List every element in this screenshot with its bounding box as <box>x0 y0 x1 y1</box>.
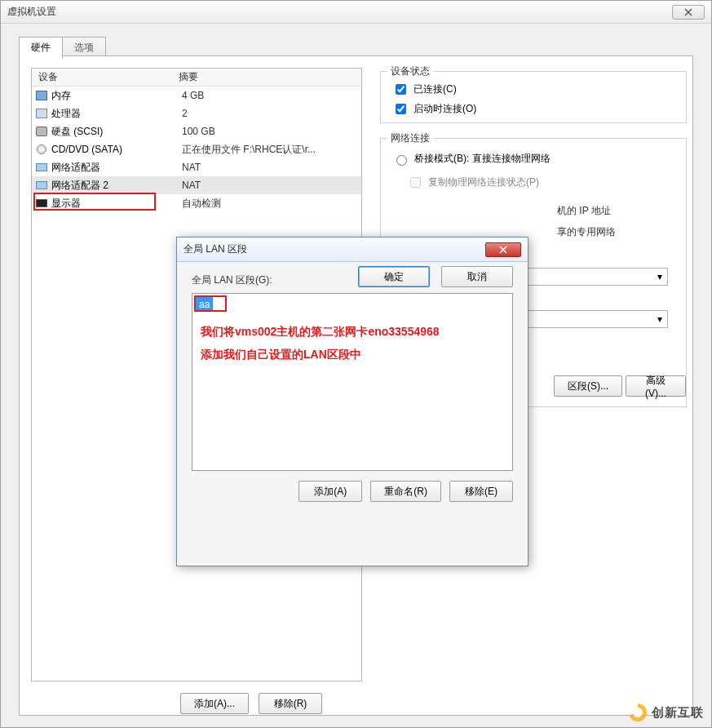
dialog-list-actions: 添加(A) 重命名(R) 移除(E) <box>299 481 513 502</box>
device-row-disk[interactable]: 硬盘 (SCSI) 100 GB <box>32 122 361 140</box>
network-icon <box>35 161 48 174</box>
cancel-button[interactable]: 取消 <box>441 266 513 287</box>
titlebar: 虚拟机设置 <box>1 1 711 24</box>
add-device-button[interactable]: 添加(A)... <box>180 693 249 714</box>
tab-hardware[interactable]: 硬件 <box>19 37 63 59</box>
device-summary: NAT <box>175 180 361 191</box>
disk-icon <box>35 125 48 138</box>
lan-segments-button[interactable]: 区段(S)... <box>554 375 622 397</box>
legend-state: 设备状态 <box>387 64 433 78</box>
device-row-cd[interactable]: CD/DVD (SATA) 正在使用文件 F:\RHCE认证\r... <box>32 140 361 158</box>
device-add-remove-row: 添加(A)... 移除(R) <box>180 693 322 714</box>
device-summary: 2 <box>175 108 361 119</box>
device-summary: 100 GB <box>175 126 361 137</box>
legend-network: 网络连接 <box>387 131 433 145</box>
add-segment-button[interactable]: 添加(A) <box>299 481 362 502</box>
checkbox-replicate-input <box>410 177 421 188</box>
device-summary: 4 GB <box>175 90 361 101</box>
memory-icon <box>35 89 48 102</box>
device-row-display[interactable]: 显示器 自动检测 <box>32 194 361 212</box>
checkbox-label: 复制物理网络连接状态(P) <box>428 175 539 189</box>
network-icon <box>35 179 48 192</box>
device-label: 内存 <box>51 89 175 103</box>
checkbox-connected-input[interactable] <box>396 84 406 95</box>
checkbox-connect-poweron[interactable]: 启动时连接(O) <box>392 101 476 117</box>
dialog-body: 全局 LAN 区段(G): aa 我们将vms002主机的第二张网卡eno335… <box>177 262 528 299</box>
advanced-button[interactable]: 高级(V)... <box>626 375 686 397</box>
dialog-titlebar: 全局 LAN 区段 <box>177 237 528 262</box>
group-device-state: 设备状态 已连接(C) 启动时连接(O) <box>380 71 687 123</box>
ok-button[interactable]: 确定 <box>358 266 430 287</box>
watermark-logo-icon <box>629 704 647 721</box>
radio-label: 桥接模式(B): 直接连接物理网络 <box>414 152 551 166</box>
device-row-cpu[interactable]: 处理器 2 <box>32 104 361 122</box>
chevron-down-icon: ▾ <box>657 313 662 325</box>
checkbox-label: 启动时连接(O) <box>413 102 476 116</box>
cd-icon <box>35 143 48 156</box>
device-label: 显示器 <box>51 197 175 211</box>
checkbox-connect-poweron-input[interactable] <box>396 104 406 114</box>
partial-text-ip: 机的 IP 地址 <box>557 204 611 218</box>
device-row-net2[interactable]: 网络适配器 2 NAT <box>32 176 361 194</box>
remove-segment-button[interactable]: 移除(E) <box>449 481 513 502</box>
watermark-text: 创新互联 <box>652 705 704 721</box>
close-icon <box>684 8 692 16</box>
display-icon <box>35 197 48 210</box>
dialog-ok-cancel: 确定 取消 <box>358 266 513 287</box>
device-label: 处理器 <box>51 107 175 121</box>
annotation-text-2: 添加我们自己设置的LAN区段中 <box>201 344 361 365</box>
lan-segments-dialog: 全局 LAN 区段 全局 LAN 区段(G): aa 我们将vms002主机的第… <box>176 237 528 566</box>
radio-bridged[interactable]: 桥接模式(B): 直接连接物理网络 <box>392 152 551 166</box>
device-row-memory[interactable]: 内存 4 GB <box>32 87 361 104</box>
annotation-text-1: 我们将vms002主机的第二张网卡eno33554968 <box>201 322 440 342</box>
device-label: 网络适配器 2 <box>51 179 175 193</box>
watermark: 创新互联 <box>629 704 704 721</box>
partial-text-private: 享的专用网络 <box>557 225 616 239</box>
device-label: 硬盘 (SCSI) <box>51 125 175 139</box>
device-summary: NAT <box>175 162 361 173</box>
col-summary[interactable]: 摘要 <box>172 70 361 84</box>
device-list-header: 设备 摘要 <box>32 69 361 87</box>
device-summary: 正在使用文件 F:\RHCE认证\r... <box>175 143 361 157</box>
col-device[interactable]: 设备 <box>32 70 172 84</box>
list-item[interactable]: aa <box>196 297 213 312</box>
radio-bridged-input[interactable] <box>396 155 407 166</box>
device-row-net1[interactable]: 网络适配器 NAT <box>32 158 361 176</box>
checkbox-label: 已连接(C) <box>413 82 457 96</box>
dialog-close-button[interactable] <box>485 242 521 257</box>
chevron-down-icon: ▾ <box>657 271 662 282</box>
remove-device-button[interactable]: 移除(R) <box>259 693 322 714</box>
lan-segment-listbox[interactable]: aa 我们将vms002主机的第二张网卡eno33554968 添加我们自己设置… <box>192 293 513 471</box>
checkbox-replicate-state[interactable]: 复制物理网络连接状态(P) <box>407 175 539 190</box>
device-summary: 自动检测 <box>175 197 361 211</box>
close-icon <box>499 246 507 254</box>
device-label: 网络适配器 <box>51 161 175 175</box>
cpu-icon <box>35 107 48 120</box>
rename-segment-button[interactable]: 重命名(R) <box>370 481 441 502</box>
window-close-button[interactable] <box>672 5 705 20</box>
window-title: 虚拟机设置 <box>7 5 672 19</box>
device-label: CD/DVD (SATA) <box>51 144 175 155</box>
dialog-title: 全局 LAN 区段 <box>184 242 485 256</box>
checkbox-connected[interactable]: 已连接(C) <box>392 82 457 97</box>
